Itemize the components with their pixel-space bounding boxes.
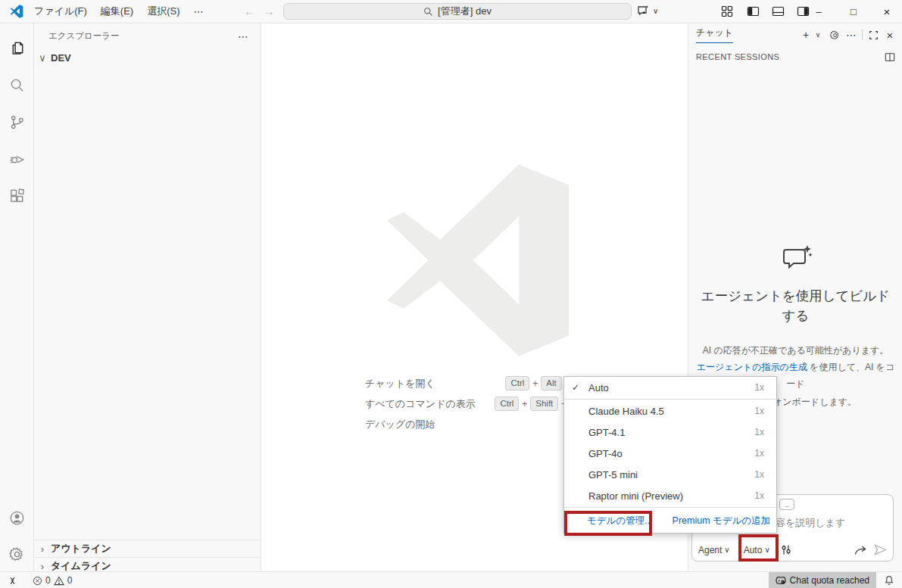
- tab-chat[interactable]: チャット: [696, 26, 733, 43]
- model-picker-dropdown[interactable]: Auto∨: [744, 545, 770, 555]
- command-center-search[interactable]: [管理者] dev: [283, 3, 632, 20]
- agent-mode-label: Agent: [698, 545, 722, 555]
- error-count: 0: [45, 575, 51, 586]
- split-view-icon[interactable]: [885, 52, 895, 62]
- folder-root-dev[interactable]: ∨ DEV: [33, 49, 261, 66]
- status-bar: 0 0 ! Chat quota reached: [0, 571, 902, 588]
- vscode-watermark-logo: [380, 163, 576, 358]
- notifications-bell-icon[interactable]: [876, 572, 902, 588]
- model-item-auto[interactable]: ✓ Auto 1x: [564, 377, 776, 398]
- chat-settings-gear-icon[interactable]: [826, 26, 843, 43]
- model-item-label: Claude Haiku 4.5: [588, 406, 754, 417]
- account-icon[interactable]: [0, 501, 33, 534]
- activity-bar: [0, 23, 34, 571]
- chat-welcome-heading: エージェントを使用してビルドする: [699, 286, 892, 326]
- model-multiplier: 1x: [754, 427, 764, 437]
- close-panel-icon[interactable]: ×: [882, 26, 898, 43]
- maximize-panel-icon[interactable]: [865, 26, 882, 43]
- search-value: [管理者] dev: [438, 5, 492, 18]
- menu-edit[interactable]: 編集(E): [94, 0, 140, 23]
- title-bar: ファイル(F) 編集(E) 選択(S) ⋯ ← → [管理者] dev ! ∨: [0, 0, 902, 23]
- shortcut-label: すべてのコマンドの表示: [365, 397, 476, 411]
- remote-indicator-icon[interactable]: [0, 572, 22, 588]
- chevron-down-icon: ∨: [653, 7, 658, 15]
- quota-label: Chat quota reached: [790, 575, 869, 586]
- menu-more-icon[interactable]: ⋯: [187, 0, 211, 23]
- add-context-button[interactable]: ..: [779, 499, 794, 510]
- model-multiplier: 1x: [754, 469, 764, 480]
- model-item-label: Auto: [588, 382, 754, 394]
- model-item-label: GPT-4o: [588, 448, 754, 459]
- toggle-panel-icon[interactable]: [772, 5, 785, 17]
- instructions-tail-text: オンボードします。: [773, 394, 857, 410]
- check-icon: ✓: [572, 382, 588, 393]
- model-item-gpt4o[interactable]: GPT-4o 1x: [564, 443, 776, 464]
- chat-quota-status[interactable]: ! Chat quota reached: [769, 572, 876, 588]
- warning-count: 0: [67, 575, 73, 586]
- svg-text:!: !: [645, 11, 646, 14]
- new-chat-button[interactable]: +: [799, 26, 813, 43]
- generate-instructions-link[interactable]: エージェントの指示の生成: [697, 362, 807, 372]
- shortcut-label: チャットを開く: [365, 377, 435, 390]
- activity-source-control-icon[interactable]: [0, 105, 33, 138]
- model-label: Auto: [744, 545, 763, 555]
- vscode-logo-icon: [10, 5, 23, 18]
- vscode-window: ファイル(F) 編集(E) 選択(S) ⋯ ← → [管理者] dev ! ∨: [0, 0, 902, 588]
- ai-caution-text: AI の応答が不正確である可能性があります。: [703, 345, 888, 356]
- explorer-more-icon[interactable]: ⋯: [238, 30, 248, 42]
- model-item-gpt5-mini[interactable]: GPT-5 mini 1x: [564, 464, 776, 485]
- key: Ctrl: [495, 397, 519, 411]
- outline-label: アウトライン: [51, 542, 111, 555]
- model-item-label: GPT-4.1: [588, 427, 754, 438]
- tools-icon[interactable]: [781, 544, 791, 555]
- chevron-down-icon: ∨: [724, 546, 729, 554]
- recent-sessions-label: RECENT SESSIONS: [696, 52, 779, 61]
- activity-search-icon[interactable]: [0, 68, 33, 101]
- settings-gear-icon[interactable]: [0, 537, 33, 571]
- explorer-header: エクスプローラー ⋯: [33, 23, 261, 49]
- activity-extensions-icon[interactable]: [0, 179, 33, 213]
- model-item-raptor-mini[interactable]: Raptor mini (Preview) 1x: [564, 485, 776, 506]
- menu-separator: [564, 399, 776, 400]
- chat-more-icon[interactable]: ⋯: [843, 26, 860, 43]
- menu-separator: [564, 507, 776, 508]
- plus-sign: +: [532, 378, 538, 389]
- shortcut-start-debug: デバッグの開始 F5: [365, 417, 586, 431]
- model-picker-menu: ✓ Auto 1x Claude Haiku 4.5 1x GPT-4.1 1x…: [563, 376, 777, 534]
- menu-selection[interactable]: 選択(S): [140, 0, 186, 23]
- manage-models-link[interactable]: モデルの管理...: [587, 515, 653, 527]
- nav-forward-icon[interactable]: →: [257, 5, 281, 17]
- agent-mode-dropdown[interactable]: Agent∨: [698, 545, 730, 555]
- problems-indicator[interactable]: 0 0: [28, 572, 76, 588]
- activity-run-debug-icon[interactable]: [0, 142, 33, 176]
- shortcut-label: デバッグの開始: [365, 418, 435, 431]
- voice-redirect-icon[interactable]: [854, 545, 866, 555]
- customize-layout-icon[interactable]: [721, 5, 733, 17]
- activity-explorer-icon[interactable]: [0, 31, 33, 64]
- window-close-button[interactable]: ×: [869, 0, 902, 23]
- key: Ctrl: [505, 376, 529, 390]
- menu-file[interactable]: ファイル(F): [27, 0, 94, 23]
- watermark-shortcuts: チャットを開く Ctrl+ Alt+ I すべてのコマンドの表示 Ctrl+ S…: [365, 376, 586, 437]
- model-item-label: Raptor mini (Preview): [588, 490, 754, 502]
- new-chat-chevron-icon[interactable]: ∨: [813, 26, 823, 43]
- copilot-icon: !: [776, 576, 786, 585]
- model-multiplier: 1x: [754, 382, 764, 393]
- window-maximize-button[interactable]: □: [836, 0, 871, 23]
- toggle-primary-sidebar-icon[interactable]: [747, 5, 760, 17]
- model-multiplier: 1x: [754, 490, 764, 501]
- chevron-down-icon: ∨: [36, 52, 48, 64]
- send-icon[interactable]: [874, 544, 887, 555]
- outline-pane-header[interactable]: › アウトライン: [33, 540, 261, 557]
- add-premium-models-link[interactable]: Premium モデルの追加: [673, 515, 771, 527]
- header-divider: [862, 30, 863, 40]
- copilot-menu-button[interactable]: ! ∨: [636, 3, 658, 18]
- window-minimize-button[interactable]: –: [801, 0, 836, 23]
- model-item-claude-haiku[interactable]: Claude Haiku 4.5 1x: [564, 400, 776, 422]
- model-multiplier: 1x: [754, 406, 764, 416]
- key: Shift: [530, 397, 558, 411]
- model-item-gpt41[interactable]: GPT-4.1 1x: [564, 422, 776, 443]
- copilot-warning-icon: !: [636, 3, 651, 18]
- shortcut-show-commands: すべてのコマンドの表示 Ctrl+ Shift+ P: [365, 397, 586, 411]
- model-multiplier: 1x: [754, 448, 764, 459]
